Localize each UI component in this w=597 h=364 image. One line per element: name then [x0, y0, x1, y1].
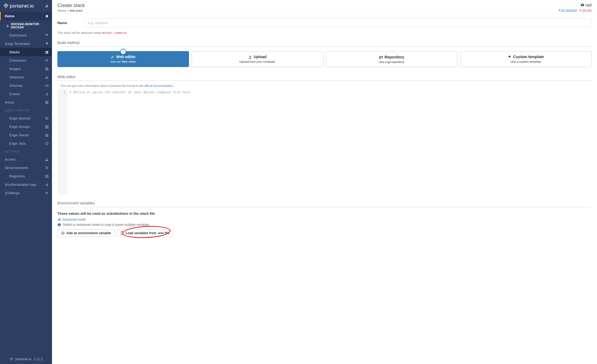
svg-rect-41 [59, 220, 61, 221]
build-method-title: Build method [57, 39, 592, 47]
sidebar-item-images[interactable]: Images [0, 65, 52, 73]
sidebar-item-registries[interactable]: Registries [0, 172, 52, 180]
topbar: Create stack Stacks > Add stack neil my … [52, 0, 597, 13]
env-subheading: These values will be used as substitutio… [57, 211, 592, 216]
add-env-var-button[interactable]: Add an environment variable [57, 229, 115, 237]
advanced-mode-link[interactable]: Advanced mode [57, 218, 86, 221]
sidebar-item-label: Events [9, 92, 45, 96]
user-area: neil my account log out [558, 3, 592, 12]
load-env-file-button[interactable]: Load variables from .env file [117, 229, 173, 237]
sidebar-toggle-icon[interactable] [45, 4, 49, 8]
svg-rect-3 [45, 52, 46, 52]
sidebar-home-label: Home [5, 14, 45, 18]
build-method-repository[interactable]: git RepositoryUse a git repository [326, 51, 458, 67]
env-name: DOCKER-DESKTOP-DOCKER [11, 22, 47, 29]
build-method-web-editor[interactable]: ✓ Web editorUse our Web editor [57, 51, 189, 67]
sidebar-item-events[interactable]: Events [0, 90, 52, 98]
brand-logo[interactable]: portainer.io [3, 3, 34, 9]
build-method-upload[interactable]: UploadUpload from your computer [192, 51, 323, 67]
sidebar-item-volumes[interactable]: Volumes [0, 81, 52, 90]
portainer-logo-icon [3, 3, 9, 9]
sidebar-item-label: Edge Devices [9, 116, 45, 120]
web-editor-title: Web editor [57, 73, 592, 81]
sidebar-item-users[interactable]: ❯Users [0, 155, 52, 164]
th-icon [45, 100, 49, 104]
svg-rect-6 [47, 53, 48, 54]
breadcrumb-root[interactable]: Stacks [57, 9, 66, 12]
sidebar-item-host[interactable]: ❯Host [0, 98, 52, 107]
sidebar-item-label: Volumes [9, 84, 45, 88]
svg-rect-1 [45, 51, 46, 52]
sidebar-item-label: Host [7, 100, 45, 104]
users-icon [45, 157, 49, 161]
anchor-icon [6, 24, 9, 28]
build-method-custom-template[interactable]: Custom templateUse a custom template [460, 51, 592, 67]
editor-help: You can get more information about Compo… [57, 83, 592, 89]
footer-brand: portainer.io [15, 357, 31, 361]
logout-link[interactable]: log out [579, 8, 592, 12]
sidebar-item-networks[interactable]: Networks [0, 73, 52, 81]
sidebar-item-edge-groups[interactable]: Edge Groups [0, 123, 52, 131]
sidebar-item-label: Dashboard [9, 33, 45, 37]
my-account-link[interactable]: my account [558, 8, 578, 12]
sidebar-item-edge-jobs[interactable]: Edge Jobs [0, 139, 52, 148]
wrench-icon [558, 9, 561, 12]
sidebar-item-label: Images [9, 67, 45, 71]
sidebar-item-label: Environments [7, 166, 45, 170]
info-icon [57, 223, 61, 227]
sidebar-item-label: Settings [7, 191, 45, 195]
box-subtitle: Use our Web editor [60, 60, 187, 63]
sidebar-item-containers[interactable]: Containers [0, 56, 52, 65]
cogs-icon [45, 191, 49, 195]
sidebar-item-stacks[interactable]: Stacks [0, 48, 52, 56]
sidebar-item-dashboard[interactable]: Dashboard [0, 31, 52, 39]
svg-rect-20 [48, 102, 48, 103]
svg-point-14 [48, 85, 48, 86]
sidebar-item-label: Containers [9, 58, 45, 62]
svg-point-0 [7, 24, 8, 25]
editor-content[interactable]: # Define or paste the content of your do… [67, 89, 592, 194]
breadcrumb: Stacks > Add stack [57, 9, 85, 12]
file-icon [120, 231, 124, 235]
sidebar-item-settings[interactable]: ❯Settings [0, 189, 52, 197]
plus-circle-icon [61, 231, 65, 235]
history-icon [45, 183, 49, 187]
sidebar-item-edge-stacks[interactable]: Edge Stacks [0, 131, 52, 139]
user-icon [580, 3, 584, 7]
sidebar-item-label: Stacks [9, 50, 45, 54]
box-subtitle: Use a custom template [462, 60, 589, 63]
sidebar-item-authentication-logs[interactable]: ❯Authentication logs [0, 180, 52, 189]
code-editor[interactable]: 1 # Define or paste the content of your … [57, 89, 592, 194]
sidebar-footer: portainer.io 2.11.1 [0, 354, 52, 364]
brand-name: portainer.io [10, 3, 34, 9]
svg-point-30 [47, 159, 48, 160]
svg-rect-7 [45, 68, 47, 70]
svg-rect-10 [45, 78, 46, 79]
sidebar-item-label: App Templates [7, 42, 45, 46]
breadcrumb-current: Add stack [70, 9, 83, 12]
sidebar-item-environments[interactable]: ❯Environments [0, 164, 52, 172]
th-list-icon [45, 50, 49, 54]
sidebar-env-label[interactable]: DOCKER-DESKTOP-DOCKER [0, 20, 52, 31]
sidebar-item-edge-devices[interactable]: Edge Devices [0, 114, 52, 123]
svg-rect-24 [46, 117, 48, 119]
svg-rect-40 [58, 220, 58, 221]
chevron-right-icon: ❯ [5, 183, 7, 186]
sidebar-item-app-templates[interactable]: ❯App Templates [0, 39, 52, 48]
chevron-right-icon: ❯ [5, 191, 7, 194]
box-title: Web editor [116, 55, 136, 59]
editor-help-link[interactable]: official documentation [144, 84, 173, 87]
tachometer-icon [45, 33, 49, 37]
logout-icon [579, 9, 582, 12]
advanced-hint: Switch to advanced mode to copy & paste … [57, 223, 592, 227]
svg-rect-5 [45, 53, 46, 54]
plug-icon [45, 166, 49, 170]
upload-icon [248, 55, 252, 59]
stack-name-input[interactable] [84, 18, 592, 27]
sidebar-logo-row: portainer.io [0, 0, 52, 12]
sidebar-item-home[interactable]: Home [0, 12, 52, 20]
svg-rect-23 [48, 103, 48, 104]
cubes-icon [45, 58, 49, 62]
clock-icon [45, 141, 49, 145]
box-title: Custom template [513, 55, 544, 59]
